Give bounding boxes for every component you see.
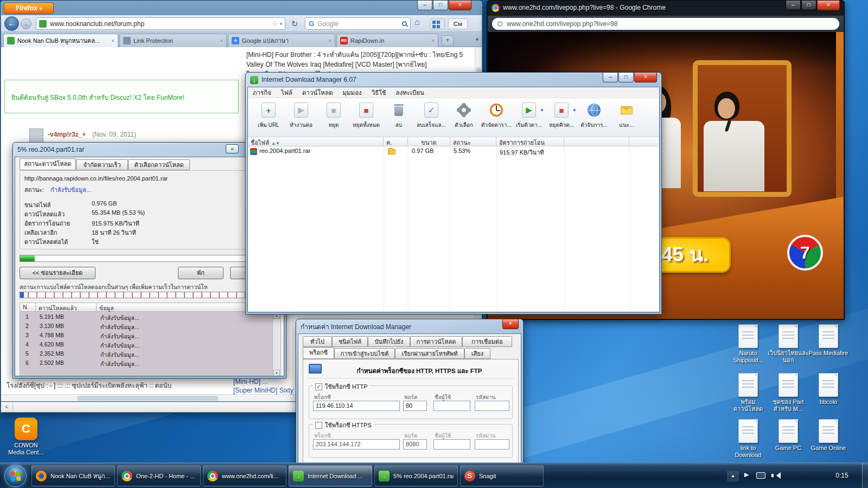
- desktop-icon[interactable]: Naruto Shippuud...: [727, 324, 769, 364]
- url-text[interactable]: www.one2hd.com/livepop.php?live=98: [507, 20, 617, 28]
- menu-registration[interactable]: ลงทะเบียน: [391, 88, 429, 98]
- tab-download-status[interactable]: สถานะดาวน์โหลด: [20, 158, 76, 170]
- column-header-status[interactable]: สถานะ: [450, 137, 496, 146]
- checkbox-unchecked[interactable]: [315, 422, 322, 429]
- collapse-statusbar-button[interactable]: <: [1, 402, 13, 412]
- desktop-icon-cowon[interactable]: C COWON Media Cent...: [4, 418, 48, 456]
- close-button[interactable]: ×: [449, 1, 471, 10]
- http-proxy-field[interactable]: 119.46.110.14: [313, 401, 400, 411]
- start-queue-button[interactable]: ▶▼เริ่มคิวดา...: [513, 99, 545, 136]
- scrollbar-thumb[interactable]: [77, 396, 218, 401]
- menu-help[interactable]: วิธีใช้: [367, 88, 391, 98]
- home-button[interactable]: ⌂: [414, 17, 420, 27]
- forum-link[interactable]: [Mini-HD] Four Brother : 4 ระห่ำดับแค้น …: [246, 49, 463, 60]
- minimize-progress-button[interactable]: »: [226, 144, 239, 153]
- grabber-button[interactable]: ตัวจับการ...: [578, 99, 610, 136]
- forum-link[interactable]: Valley Of The Wolves Iraq [Mediafire] [V…: [246, 59, 427, 69]
- options-button[interactable]: ตัวเลือก: [448, 99, 480, 136]
- minimize-button[interactable]: –: [786, 1, 801, 10]
- back-button[interactable]: ←: [4, 16, 19, 31]
- keyboard-layout-icon[interactable]: [756, 472, 765, 479]
- stop-queue-button[interactable]: ■▼หยุดคิวด...: [545, 99, 578, 136]
- tab-nooknanclub[interactable]: Nook Nan CluB หนูกหนานคล...×: [3, 34, 118, 47]
- taskbar-button-idm-progress[interactable]: ↓5% reo.2004.part01.rar: [374, 465, 458, 486]
- http-user-field[interactable]: [433, 401, 470, 411]
- maximize-button[interactable]: □: [618, 73, 634, 82]
- media-play-icon[interactable]: ▶: [744, 471, 749, 478]
- extension-grid-button[interactable]: [430, 18, 445, 29]
- https-pass-field[interactable]: [475, 439, 509, 450]
- tab-google-translate[interactable]: AGoogle แปลภาษา×: [228, 34, 335, 47]
- url-bar[interactable]: www.nooknanclub.net/forum.php ☆ ▾: [36, 17, 285, 30]
- http-proxy-checkbox-row[interactable]: ✓ ใช้พร็อกซี HTTP: [313, 382, 370, 391]
- download-list[interactable]: reo.2004.part01.rar 0.97 GB 5.53% 915.97…: [248, 146, 659, 312]
- checkbox-checked[interactable]: ✓: [315, 383, 322, 390]
- vertical-scrollbar[interactable]: ▲ ▼: [272, 312, 280, 376]
- tab-site-logins[interactable]: การเข้าสู่ระบบไซต์: [334, 348, 395, 359]
- column-header-filename[interactable]: ชื่อไฟล์▲▼: [248, 137, 384, 146]
- desktop-icon[interactable]: Pass Mediafire: [807, 324, 850, 357]
- tab-link-protection[interactable]: Link Protection×: [119, 34, 227, 47]
- tab-close-icon[interactable]: ×: [328, 38, 331, 44]
- http-port-field[interactable]: 80: [403, 401, 427, 411]
- hide-details-button[interactable]: << ซ่อนรายละเอียด: [20, 267, 95, 279]
- tab-general[interactable]: ทั่วไป: [303, 336, 332, 347]
- download-row[interactable]: reo.2004.part01.rar 0.97 GB 5.53% 915.97…: [248, 146, 659, 157]
- chevron-down-icon[interactable]: ▼: [540, 108, 544, 113]
- chevron-down-icon[interactable]: ▾: [279, 21, 282, 27]
- close-button[interactable]: ×: [817, 1, 840, 10]
- delete-completed-button[interactable]: ✓ลบเสร็จแล...: [415, 99, 448, 136]
- tab-connection[interactable]: การเชื่อมต่อ: [462, 336, 512, 347]
- stop-button[interactable]: ■หยุด: [317, 99, 350, 136]
- tab-dialup[interactable]: เรียกผ่านสายโทรศัพท์: [395, 348, 464, 359]
- window-titlebar[interactable]: ↓ Internet Download Manager 6.07: [246, 73, 661, 87]
- tab-close-icon[interactable]: ×: [111, 38, 114, 44]
- table-row[interactable]: 34.788 MBกำลังรับข้อมูล...: [20, 331, 272, 340]
- maximize-button[interactable]: □: [433, 1, 448, 10]
- taskbar-button-idm[interactable]: ↓Internet Download ...: [289, 465, 372, 486]
- search-icon[interactable]: [402, 21, 407, 26]
- tab-save-to[interactable]: บันทึกไปยัง: [368, 336, 410, 347]
- taskbar-button-one2hd[interactable]: One-2-HD - Home - ...: [117, 465, 201, 486]
- tab-sounds[interactable]: เสียง: [464, 348, 490, 359]
- scroll-down-icon[interactable]: ▼: [273, 370, 280, 376]
- table-row[interactable]: 44.620 MBกำลังรับข้อมูล...: [20, 340, 272, 349]
- bookmark-star-icon[interactable]: ☆: [272, 20, 278, 28]
- taskbar-clock[interactable]: 0:15: [827, 472, 857, 479]
- menu-tasks[interactable]: ภารกิจ: [248, 88, 276, 98]
- reload-button[interactable]: ↻: [288, 18, 301, 30]
- column-header-size[interactable]: ขนาด: [408, 137, 450, 146]
- add-url-button[interactable]: +เพิ่ม URL: [252, 99, 285, 136]
- minimize-button[interactable]: –: [603, 73, 618, 82]
- scheduler-button[interactable]: ตัวจัดตารา...: [480, 99, 513, 136]
- search-engine-label[interactable]: Google: [317, 20, 402, 28]
- taskbar-button-snagit[interactable]: SSnagit: [460, 465, 544, 486]
- dialog-titlebar[interactable]: กำหนดค่า Internet Download Manager: [296, 319, 523, 333]
- https-proxy-checkbox-row[interactable]: ใช้พร็อกซี HTTPS: [313, 420, 374, 430]
- stop-all-button[interactable]: ■หยุดทั้งหมด: [350, 99, 382, 136]
- forum-link[interactable]: [Mini-HD] ...: [233, 378, 267, 386]
- firefox-menu-button[interactable]: Firefox ▾: [4, 3, 54, 14]
- minimize-button[interactable]: –: [417, 1, 432, 10]
- tab-rapidown[interactable]: RDRapiDown.in×: [336, 34, 438, 47]
- close-button[interactable]: ×: [502, 319, 519, 329]
- table-row[interactable]: 62.502 MBกำลังรับข้อมูล...: [20, 358, 272, 368]
- http-pass-field[interactable]: [475, 401, 509, 411]
- post-author[interactable]: -v4mp!r3z_+: [48, 131, 86, 138]
- url-text[interactable]: www.nooknanclub.net/forum.php: [50, 20, 270, 28]
- list-all-tabs-icon[interactable]: ▾: [476, 36, 478, 42]
- tell-friend-button[interactable]: แนะ...: [610, 99, 643, 136]
- column-header[interactable]: N.: [20, 303, 36, 312]
- forum-link[interactable]: [Super MiniHD] Sixty: [233, 387, 293, 394]
- new-tab-button[interactable]: +: [442, 35, 454, 46]
- forward-button[interactable]: →: [21, 18, 31, 29]
- maximize-button[interactable]: □: [801, 1, 816, 10]
- desktop-icon[interactable]: ชุดของ Part สำหรับ M...: [767, 373, 809, 413]
- https-port-field[interactable]: 8080: [403, 439, 427, 450]
- column-header[interactable]: ดาวน์โหลดแล้ว: [36, 303, 97, 312]
- tab-close-icon[interactable]: ×: [431, 38, 435, 44]
- tab-file-types[interactable]: ชนิดไฟล์: [332, 336, 368, 347]
- desktop-icon[interactable]: Game PC: [767, 419, 809, 452]
- menu-downloads[interactable]: ดาวน์โหลด: [297, 88, 338, 98]
- tab-download-options[interactable]: ตัวเลือกดาวน์โหลด: [128, 159, 190, 170]
